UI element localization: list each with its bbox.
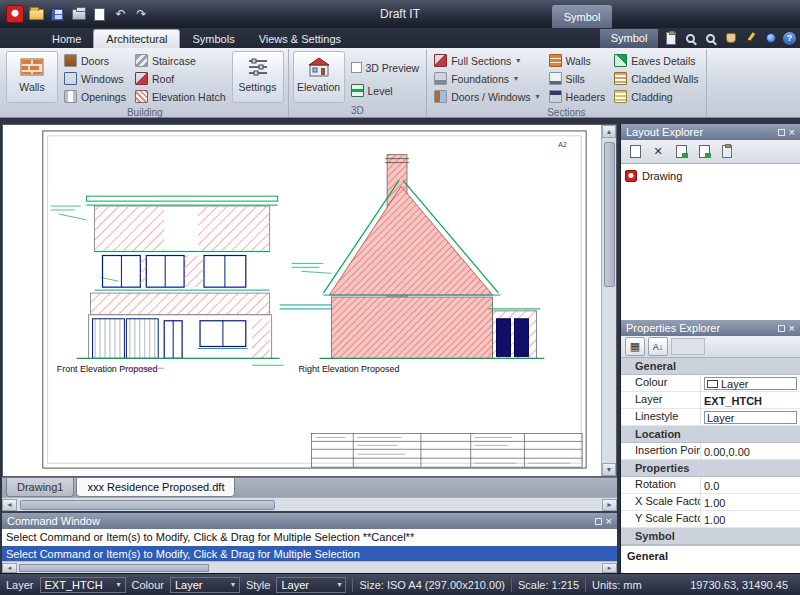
- category-location[interactable]: Location: [621, 426, 800, 443]
- tab-views-settings[interactable]: Views & Settings: [247, 29, 353, 48]
- doc-tab-residence[interactable]: xxx Residence Proposed.dft: [76, 478, 235, 497]
- open-file-button[interactable]: [28, 6, 45, 22]
- export-layout-button[interactable]: [671, 142, 691, 161]
- category-properties[interactable]: Properties: [621, 460, 800, 477]
- property-row-layer[interactable]: Layer EXT_HTCH: [621, 392, 800, 409]
- property-row-insertion-point[interactable]: Insertion Point 0.00,0.00: [621, 443, 800, 460]
- section-walls-button[interactable]: Walls: [546, 52, 609, 69]
- options-button[interactable]: [763, 31, 778, 46]
- elevation-button[interactable]: Elevation: [293, 51, 345, 103]
- staircase-button[interactable]: Staircase: [132, 52, 229, 69]
- close-icon[interactable]: ×: [606, 516, 612, 527]
- headers-label: Headers: [566, 91, 606, 103]
- openings-label: Openings: [81, 91, 126, 103]
- command-scroll-thumb[interactable]: [19, 564, 209, 572]
- pin-icon[interactable]: [778, 325, 785, 332]
- scroll-right-button[interactable]: ►: [602, 563, 617, 573]
- horizontal-scroll-thumb[interactable]: [20, 500, 275, 510]
- 3d-preview-checkbox[interactable]: 3D Preview: [348, 59, 423, 76]
- title-bar: ↶ ↷ Draft IT Symbol: [0, 0, 800, 28]
- save-button[interactable]: [49, 6, 66, 22]
- drawing-canvas[interactable]: A2: [3, 125, 601, 476]
- elevation-hatch-button[interactable]: Elevation Hatch: [132, 88, 229, 105]
- pan-button[interactable]: [723, 31, 738, 46]
- paste-button[interactable]: [663, 31, 678, 46]
- scroll-left-button[interactable]: ◄: [2, 499, 17, 511]
- style-dropdown[interactable]: Layer ▾: [276, 577, 346, 593]
- close-icon[interactable]: ×: [789, 127, 795, 138]
- scroll-down-button[interactable]: ▼: [602, 463, 616, 476]
- eaves-details-button[interactable]: Eaves Details: [611, 52, 701, 69]
- full-sections-button[interactable]: Full Sections▾: [431, 52, 542, 69]
- property-row-linestyle[interactable]: Linestyle Layer: [621, 409, 800, 426]
- property-row-rotation[interactable]: Rotation 0.0: [621, 477, 800, 494]
- windows-button[interactable]: Windows: [61, 70, 129, 87]
- tab-symbol[interactable]: Symbol: [600, 29, 658, 48]
- scroll-up-button[interactable]: ▲: [602, 125, 616, 138]
- pin-icon[interactable]: [778, 129, 785, 136]
- categorized-view-button[interactable]: ▦: [625, 337, 645, 356]
- command-window-title: Command Window: [7, 515, 591, 527]
- import-layout-button[interactable]: [694, 142, 714, 161]
- zoom-button[interactable]: [683, 31, 698, 46]
- foundations-label: Foundations: [451, 73, 509, 85]
- layout-item-drawing[interactable]: Drawing: [625, 167, 796, 184]
- new-layout-button[interactable]: [625, 142, 645, 161]
- print-preview-button[interactable]: [91, 6, 108, 22]
- undo-button[interactable]: ↶: [112, 6, 129, 22]
- colour-dropdown[interactable]: Layer ▾: [170, 577, 240, 593]
- print-button[interactable]: [70, 6, 87, 22]
- vertical-scroll-thumb[interactable]: [604, 142, 615, 287]
- doors-button[interactable]: Doors: [61, 52, 129, 69]
- scroll-right-button[interactable]: ►: [602, 499, 617, 511]
- alphabetical-sort-button[interactable]: A↓: [648, 337, 668, 356]
- door-icon: [64, 54, 77, 67]
- cladding-button[interactable]: Cladding: [611, 88, 701, 105]
- close-icon[interactable]: ×: [789, 323, 795, 334]
- tab-home[interactable]: Home: [40, 29, 93, 48]
- foundations-button[interactable]: Foundations▾: [431, 70, 542, 87]
- openings-button[interactable]: Openings: [61, 88, 129, 105]
- doors-windows-button[interactable]: Doors / Windows▾: [431, 88, 542, 105]
- category-general[interactable]: General: [621, 358, 800, 375]
- walls-button[interactable]: Walls: [6, 51, 58, 103]
- settings-button[interactable]: Settings: [232, 51, 284, 103]
- paste-layout-button[interactable]: [717, 142, 737, 161]
- level-button[interactable]: Level: [348, 82, 423, 99]
- tab-symbols[interactable]: Symbols: [180, 29, 246, 48]
- scroll-left-button[interactable]: ◄: [2, 563, 17, 573]
- doc-tab-drawing1[interactable]: Drawing1: [6, 478, 74, 497]
- delete-layout-button[interactable]: ✕: [648, 142, 668, 161]
- canvas-horizontal-scrollbar[interactable]: ◄ ►: [2, 497, 617, 511]
- annotate-button[interactable]: [743, 31, 758, 46]
- command-line-selected[interactable]: Select Command or Item(s) to Modify, Cli…: [2, 546, 617, 561]
- quick-access-toolbar: ↶ ↷: [6, 5, 150, 23]
- command-line[interactable]: Select Command or Item(s) to Modify, Cli…: [2, 529, 617, 546]
- help-button[interactable]: ?: [783, 32, 796, 45]
- chevron-down-icon: ▾: [536, 92, 540, 101]
- properties-toolbar: ▦ A↓: [621, 336, 800, 358]
- headers-button[interactable]: Headers: [546, 88, 609, 105]
- tab-architectural[interactable]: Architectural: [93, 29, 180, 48]
- roof-button[interactable]: Roof: [132, 70, 229, 87]
- category-symbol[interactable]: Symbol: [621, 528, 800, 545]
- command-history[interactable]: Select Command or Item(s) to Modify, Cli…: [2, 529, 617, 561]
- command-scrollbar[interactable]: ◄ ►: [2, 561, 617, 573]
- cladding-label: Cladding: [631, 91, 672, 103]
- pin-icon[interactable]: [595, 518, 602, 525]
- property-row-y-scale[interactable]: Y Scale Factor 1.00: [621, 511, 800, 528]
- properties-explorer-header: Properties Explorer ×: [621, 320, 800, 336]
- section-walls-label: Walls: [566, 55, 591, 67]
- zoom-window-button[interactable]: [703, 31, 718, 46]
- property-row-colour[interactable]: Colour Layer: [621, 375, 800, 392]
- building-group-label: Building: [2, 107, 288, 118]
- canvas-vertical-scrollbar[interactable]: ▲ ▼: [601, 125, 616, 476]
- eaves-details-icon: [614, 54, 627, 67]
- cladded-walls-button[interactable]: Cladded Walls: [611, 70, 701, 87]
- layer-dropdown[interactable]: EXT_HTCH ▾: [40, 577, 126, 593]
- redo-button[interactable]: ↷: [133, 6, 150, 22]
- app-logo-icon[interactable]: [6, 5, 24, 23]
- opening-icon: [64, 90, 77, 103]
- sills-button[interactable]: Sills: [546, 70, 609, 87]
- property-row-x-scale[interactable]: X Scale Factor 1.00: [621, 494, 800, 511]
